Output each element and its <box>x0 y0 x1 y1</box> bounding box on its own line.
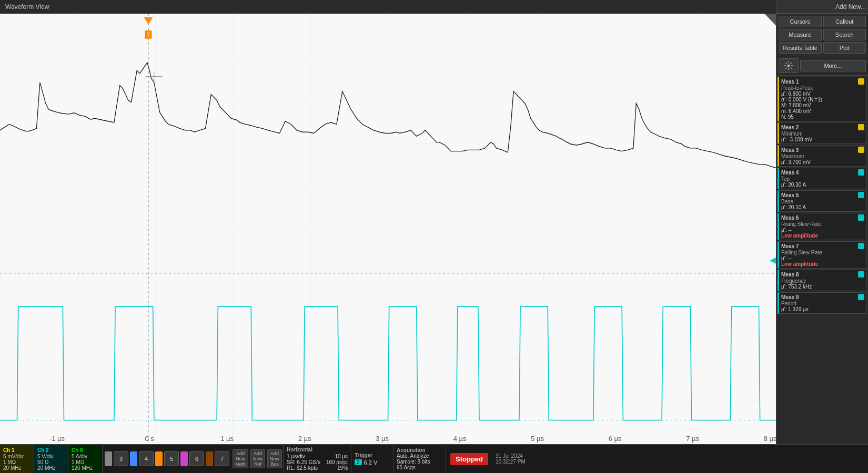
callout-button[interactable]: Callout <box>823 16 866 27</box>
svg-text:T: T <box>147 32 150 38</box>
add-new-ref-button[interactable]: AddNewRef <box>250 449 265 468</box>
measure-button[interactable]: Measure <box>779 29 822 40</box>
search-button[interactable]: Search <box>823 29 866 40</box>
cursors-button[interactable]: Cursors <box>779 16 822 27</box>
trigger-value: 6.2 V <box>364 459 378 466</box>
meas-2[interactable]: Meas 2 Minimum µ': -3.100 mV <box>778 122 867 144</box>
meas-3-badge <box>858 147 864 153</box>
add-ref-buttons: AddNewRef <box>249 445 266 473</box>
meas-7-badge <box>858 243 864 249</box>
horiz-row-3: RL: 62.5 kpts 19% <box>287 465 348 471</box>
measurements-list: Meas 1 Peak-to-Peak µ': 6.800 mV σ': 0.0… <box>776 76 868 444</box>
svg-text:7 µs: 7 µs <box>686 435 699 443</box>
num-btn-4[interactable]: 4 <box>139 451 154 466</box>
color-bar-6 <box>180 451 188 466</box>
sidebar-header: Add New... <box>776 0 868 14</box>
trigger-ch-badge: 2 <box>355 459 362 465</box>
ch2-status[interactable]: Ch 2 5 V/div 50 Ω 20 MHz <box>34 445 68 473</box>
channel-number-buttons: 3 4 5 6 7 <box>103 445 231 473</box>
num-btn-5[interactable]: 5 <box>164 451 179 466</box>
meas-8-badge <box>858 271 864 277</box>
color-bar-7 <box>206 451 213 466</box>
meas-1-badge <box>858 78 864 85</box>
more-button[interactable]: More... <box>800 60 866 71</box>
meas-5[interactable]: Meas 5 Base µ': 20.10 A <box>778 190 867 212</box>
settings-icon-button[interactable] <box>779 58 799 73</box>
meas-8[interactable]: Meas 8 Frequency µ': 753.2 kHz <box>778 270 867 291</box>
svg-text:0 s: 0 s <box>145 435 154 443</box>
icon-row: More... <box>776 56 868 76</box>
sidebar: Add New... Cursors Callout Measure Searc… <box>776 0 868 444</box>
meas-4[interactable]: Meas 4 Top µ': 20.30 A <box>778 168 867 189</box>
right-arrow-indicator: ◀ <box>770 255 776 265</box>
add-bus-buttons: AddNewBus <box>266 445 283 473</box>
svg-text:4 µs: 4 µs <box>453 435 467 443</box>
meas-3[interactable]: Meas 3 Maximum µ': 3.700 mV <box>778 145 867 167</box>
meas-1[interactable]: Meas 1 Peak-to-Peak µ': 6.800 mV σ': 0.0… <box>778 77 867 121</box>
waveform-canvas[interactable]: 40 V 35 V 30 V 25 V 20 V 15 V 10 V 5 V 0… <box>0 14 776 444</box>
ch8-status[interactable]: Ch 8 5 A/div 1 MΩ 120 MHz <box>68 445 103 473</box>
color-bar-4 <box>130 451 137 466</box>
svg-point-24 <box>788 65 790 67</box>
waveform-panel: Waveform View 40 V 35 V 30 V 25 V 20 V 1… <box>0 0 776 444</box>
waveform-title: Waveform View <box>0 0 776 14</box>
num-btn-7[interactable]: 7 <box>215 451 229 466</box>
meas-6-badge <box>858 214 864 221</box>
color-bar-3 <box>105 451 112 466</box>
meas-6-warning: Low amplitude <box>781 233 864 239</box>
svg-text:8 µs: 8 µs <box>764 435 776 443</box>
datetime-box: 31 Jul 2024 10:32:27 PM <box>492 445 529 473</box>
plot-button[interactable]: Plot <box>823 42 866 54</box>
meas-2-badge <box>858 124 864 130</box>
svg-text:6 µs: 6 µs <box>609 435 622 443</box>
color-bar-5 <box>155 451 163 466</box>
stopped-button[interactable]: Stopped <box>450 453 488 465</box>
sidebar-button-group: Cursors Callout Measure Search Results T… <box>776 14 868 56</box>
status-bar: Ch 1 5 mV/div 1 MΩ 20 MHz Ch 2 5 V/div 5… <box>0 444 868 473</box>
trigger-box[interactable]: Trigger 2 6.2 V <box>351 445 393 473</box>
horizontal-box[interactable]: Horizontal 1 µs/div 10 µs SR: 6.25 GS/s … <box>283 445 351 473</box>
results-table-button[interactable]: Results Table <box>779 42 822 54</box>
meas-9[interactable]: Meas 9 Period µ': 1.329 µs <box>778 292 867 314</box>
meas-5-badge <box>858 192 864 198</box>
num-btn-6[interactable]: 6 <box>189 451 204 466</box>
add-new-math-button[interactable]: AddNewMath <box>233 449 248 468</box>
meas-7-warning: Low amplitude <box>781 261 864 267</box>
svg-text:-1 µs: -1 µs <box>49 435 65 443</box>
meas-6[interactable]: Meas 6 Rising Slew Rate µ': -- Low ampli… <box>778 213 867 240</box>
horiz-row-1: 1 µs/div 10 µs <box>287 454 348 459</box>
add-new-bus-button[interactable]: AddNewBus <box>267 449 282 468</box>
num-btn-3[interactable]: 3 <box>114 451 128 466</box>
horiz-row-2: SR: 6.25 GS/s 160 ps/pt <box>287 459 348 465</box>
svg-text:5 µs: 5 µs <box>531 435 544 443</box>
svg-text:1 µs: 1 µs <box>220 435 234 443</box>
acquisition-box[interactable]: Acquisition Auto, Analyze Sample: 8 bits… <box>393 445 446 473</box>
svg-text:2 µs: 2 µs <box>298 435 311 443</box>
meas-4-badge <box>858 169 864 176</box>
add-buttons-group: AddNewMath <box>231 445 249 473</box>
waveform-svg: -1 µs 0 s 1 µs 2 µs 3 µs 4 µs 5 µs 6 µs … <box>0 14 776 444</box>
meas-9-badge <box>858 294 864 300</box>
meas-7[interactable]: Meas 7 Falling Slew Rate µ': -- Low ampl… <box>778 241 867 269</box>
ch1-status[interactable]: Ch 1 5 mV/div 1 MΩ 20 MHz <box>0 445 34 473</box>
svg-text:3 µs: 3 µs <box>376 435 389 443</box>
